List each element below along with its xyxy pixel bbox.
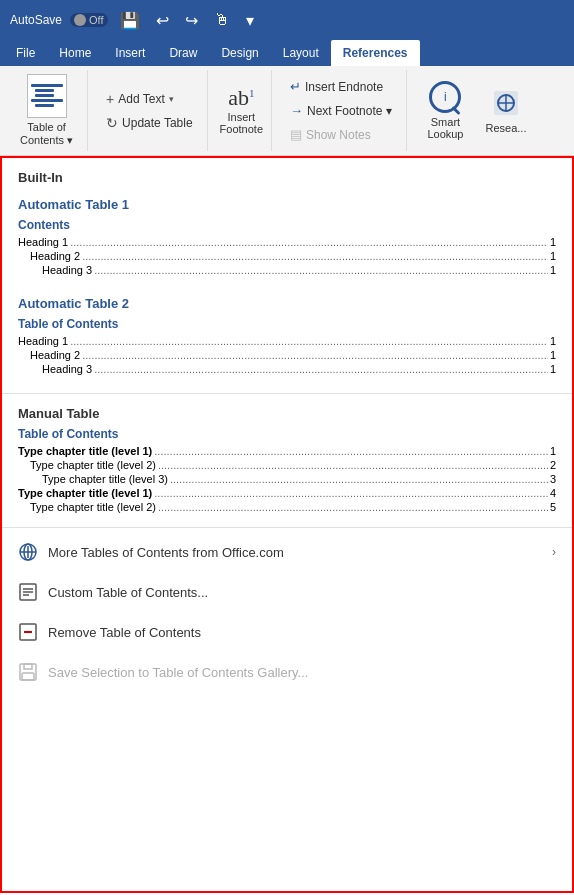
insert-footnote-button[interactable]: ab1 Insert Footnote	[220, 87, 263, 135]
update-table-label: Update Table	[122, 116, 193, 130]
auto-table-2-heading: Table of Contents	[18, 317, 556, 331]
row-page: 1	[550, 349, 556, 361]
custom-toc-icon	[18, 582, 38, 602]
more-icon[interactable]: ▾	[242, 9, 258, 32]
table-of-contents-button[interactable]: Table of Contents ▾	[14, 70, 79, 151]
auto-table-1-row-0: Heading 1 1	[18, 236, 556, 248]
toggle-dot	[74, 14, 86, 26]
footnote-label: Insert Footnote	[220, 111, 263, 135]
next-footnote-icon: →	[290, 103, 303, 118]
add-text-button[interactable]: + Add Text ▾	[100, 88, 199, 110]
autosave-toggle[interactable]: Off	[70, 13, 107, 27]
toc-line-1	[31, 84, 63, 87]
row-dots	[70, 335, 548, 347]
add-text-icon: +	[106, 91, 114, 107]
manual-table-option[interactable]: Manual Table Table of Contents Type chap…	[2, 398, 572, 523]
row-label: Heading 2	[30, 349, 80, 361]
tab-references[interactable]: References	[331, 40, 420, 66]
custom-toc-action[interactable]: Custom Table of Contents...	[2, 572, 572, 612]
next-footnote-button[interactable]: → Next Footnote ▾	[284, 100, 398, 121]
auto-table-1-row-2: Heading 3 1	[18, 264, 556, 276]
auto-table-1-option[interactable]: Automatic Table 1 Contents Heading 1 1 H…	[2, 191, 572, 290]
manual-table-title: Manual Table	[18, 406, 556, 421]
search-inner: i	[444, 90, 447, 104]
title-bar-left: AutoSave Off 💾 ↩ ↪ 🖱 ▾	[10, 9, 564, 32]
touch-icon[interactable]: 🖱	[210, 9, 234, 31]
more-tables-action[interactable]: More Tables of Contents from Office.com …	[2, 532, 572, 572]
manual-row-3: Type chapter title (level 1) 4	[18, 487, 556, 499]
toc-line-4	[31, 99, 63, 102]
remove-toc-label: Remove Table of Contents	[48, 625, 556, 640]
show-notes-icon: ▤	[290, 127, 302, 142]
row-page: 1	[550, 250, 556, 262]
row-page: 1	[550, 363, 556, 375]
smart-lookup-button[interactable]: i Smart Lookup	[419, 77, 471, 144]
row-dots	[82, 349, 548, 361]
remove-toc-icon	[18, 622, 38, 642]
manual-row-4: Type chapter title (level 2) 5	[18, 501, 556, 513]
auto-table-2-title: Automatic Table 2	[18, 296, 556, 311]
search-circle-icon: i	[429, 81, 461, 113]
undo-icon[interactable]: ↩	[152, 9, 173, 32]
toggle-state: Off	[89, 14, 103, 26]
row-page: 1	[550, 264, 556, 276]
toc-label-line2: Contents	[20, 134, 64, 146]
footnote-group: ab1 Insert Footnote	[212, 70, 272, 151]
manual-label: Type chapter title (level 2)	[30, 459, 156, 471]
section-divider-2	[2, 527, 572, 528]
manual-label: Type chapter title (level 1)	[18, 487, 152, 499]
manual-toc-heading: Table of Contents	[18, 427, 556, 441]
insert-endnote-label: Insert Endnote	[305, 80, 383, 94]
tab-layout[interactable]: Layout	[271, 40, 331, 66]
more-tables-label: More Tables of Contents from Office.com	[48, 545, 542, 560]
remove-toc-action[interactable]: Remove Table of Contents	[2, 612, 572, 652]
footnote-super: 1	[249, 86, 255, 98]
smart-lookup-label: Smart Lookup	[427, 116, 463, 140]
insert-endnote-button[interactable]: ↵ Insert Endnote	[284, 76, 398, 97]
footnote-word: Footnote	[220, 123, 263, 135]
save-icon[interactable]: 💾	[116, 9, 144, 32]
tab-design[interactable]: Design	[209, 40, 270, 66]
more-tables-arrow: ›	[552, 545, 556, 559]
tab-draw[interactable]: Draw	[157, 40, 209, 66]
auto-table-2-row-0: Heading 1 1	[18, 335, 556, 347]
row-label: Heading 2	[30, 250, 80, 262]
research-icon	[490, 87, 522, 119]
auto-table-1-heading: Contents	[18, 218, 556, 232]
auto-table-2-preview: Table of Contents Heading 1 1 Heading 2 …	[18, 317, 556, 375]
row-label: Heading 3	[42, 264, 92, 276]
auto-table-2-row-2: Heading 3 1	[18, 363, 556, 375]
insert-endnote-icon: ↵	[290, 79, 301, 94]
smart-lookup-group: i Smart Lookup Resea...	[411, 70, 542, 151]
update-table-button[interactable]: ↻ Update Table	[100, 112, 199, 134]
custom-toc-label: Custom Table of Contents...	[48, 585, 556, 600]
manual-dots	[158, 501, 548, 513]
save-selection-icon	[18, 662, 38, 682]
show-notes-label: Show Notes	[306, 128, 371, 142]
row-dots	[94, 363, 548, 375]
redo-icon[interactable]: ↪	[181, 9, 202, 32]
toc-line-3	[35, 94, 54, 97]
autosave-label: AutoSave	[10, 13, 62, 27]
tab-home[interactable]: Home	[47, 40, 103, 66]
row-label: Heading 1	[18, 236, 68, 248]
row-page: 1	[550, 335, 556, 347]
manual-dots	[170, 473, 548, 485]
svg-rect-15	[24, 664, 32, 669]
tab-file[interactable]: File	[4, 40, 47, 66]
toc-line-5	[35, 104, 54, 107]
auto-table-1-title: Automatic Table 1	[18, 197, 556, 212]
row-label: Heading 1	[18, 335, 68, 347]
update-table-icon: ↻	[106, 115, 118, 131]
toc-stacked-buttons: + Add Text ▾ ↻ Update Table	[100, 88, 199, 134]
manual-page: 5	[550, 501, 556, 513]
auto-table-2-option[interactable]: Automatic Table 2 Table of Contents Head…	[2, 290, 572, 389]
research-button[interactable]: Resea...	[477, 83, 534, 138]
tab-insert[interactable]: Insert	[103, 40, 157, 66]
save-selection-label: Save Selection to Table of Contents Gall…	[48, 665, 556, 680]
toc-actions-group: + Add Text ▾ ↻ Update Table	[92, 70, 208, 151]
manual-page: 1	[550, 445, 556, 457]
manual-dots	[154, 487, 548, 499]
next-footnote-label: Next Footnote	[307, 104, 382, 118]
save-selection-action: Save Selection to Table of Contents Gall…	[2, 652, 572, 692]
